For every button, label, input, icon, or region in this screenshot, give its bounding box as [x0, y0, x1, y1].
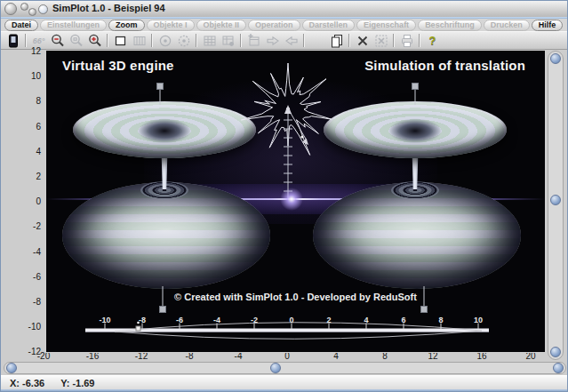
ruler-label: 8 [438, 316, 443, 324]
toolbar-separator [196, 34, 197, 47]
lens-curve [115, 323, 482, 340]
question-icon: ? [429, 34, 436, 47]
window-button-2[interactable] [20, 3, 28, 11]
select-rectangle-button[interactable] [111, 33, 130, 49]
plot-canvas[interactable]: Virtual 3D engine Simulation of translat… [45, 50, 546, 353]
arrow-right-icon [265, 33, 281, 49]
window-button-3[interactable] [28, 8, 36, 16]
value-table-button [200, 33, 219, 49]
y-axis-label: -8 [22, 297, 41, 308]
y-axis-label: 8 [22, 96, 41, 107]
app-icon [38, 4, 48, 14]
scroll-right-button[interactable] [553, 363, 564, 373]
menu-item-darstellen: Darstellen [302, 20, 356, 31]
ruler-label: -8 [139, 316, 146, 324]
ruler-label: -6 [176, 316, 183, 324]
vertical-scroll-thumb[interactable] [550, 195, 561, 205]
zoom-window-icon [68, 33, 84, 49]
circle-target-icon [157, 33, 173, 49]
delete-button[interactable] [353, 33, 372, 49]
window-plus-icon [246, 33, 262, 49]
angle-icon: 66° [33, 36, 45, 45]
table-edit-button [219, 33, 237, 49]
toolbar-separator [419, 34, 420, 47]
vertical-scrollbar[interactable] [548, 51, 564, 360]
funnel-cap-left [73, 101, 256, 158]
toolbar-separator [393, 34, 395, 47]
tool-bar: 66°? [1, 31, 567, 50]
y-axis-label: -10 [22, 322, 41, 332]
table-hand-icon [220, 33, 236, 49]
arrow-left-icon [284, 33, 300, 49]
window-title: SimPlot 1.0 - Beispiel 94 [52, 3, 165, 13]
menu-item-objekte-i: Objekte I [147, 20, 195, 31]
toolbar-separator [303, 34, 305, 47]
pda-icon [5, 33, 21, 49]
x-icon [355, 33, 371, 49]
grid-icon [132, 33, 148, 49]
printer-icon [399, 33, 415, 49]
circle-target2-icon [176, 33, 192, 49]
step-back-button [282, 33, 300, 49]
toolbar-separator [107, 34, 108, 47]
cursor-x-readout: X: -6.36 [10, 378, 44, 388]
status-bar: X: -6.36 Y: -1.69 [1, 375, 567, 389]
step-forward-button [263, 33, 282, 49]
menu-item-zoom[interactable]: Zoom [108, 20, 145, 31]
y-axis-label: -6 [22, 272, 41, 283]
scroll-left-button[interactable] [6, 363, 17, 373]
rectangle-icon [113, 33, 129, 49]
rotate-b-button [174, 33, 193, 49]
cursor-y-readout: Y: -1.69 [60, 378, 94, 388]
scroll-up-button[interactable] [550, 53, 561, 64]
y-axis-label: 2 [22, 172, 41, 182]
menu-item-datei[interactable]: Datei [4, 20, 38, 31]
plot-title-left: Virtual 3D engine [62, 58, 174, 73]
copy-button[interactable] [327, 33, 346, 49]
zoom-out-icon [50, 33, 66, 49]
ruler-label: 6 [401, 316, 405, 324]
horizontal-scrollbar[interactable] [4, 362, 566, 374]
zoom-in-icon [87, 33, 103, 49]
ruler-label: -2 [251, 316, 258, 324]
menu-item-eigenschaft: Eigenschaft [356, 20, 416, 31]
plotter-button[interactable] [4, 33, 22, 49]
y-axis-label: 10 [22, 71, 41, 82]
menu-item-hilfe[interactable]: Hilfe [532, 20, 564, 31]
menu-item-beschriftung: Beschriftung [418, 20, 482, 31]
grid-button [130, 33, 148, 49]
y-axis-label: -2 [22, 221, 41, 232]
x-box-icon [373, 33, 389, 49]
title-bar: SimPlot 1.0 - Beispiel 94 [1, 1, 567, 18]
new-window-button [244, 33, 263, 49]
zoom-window-button [67, 33, 85, 49]
zoom-out-button[interactable] [48, 33, 67, 49]
ruler-label: 0 [289, 316, 293, 324]
horizontal-scroll-thumb[interactable] [270, 363, 281, 373]
y-axis-label: 4 [22, 147, 41, 157]
plot-title-right: Simulation of translation [364, 58, 525, 73]
toolbar-separator [348, 34, 350, 47]
toolbar-separator [240, 34, 242, 47]
menu-item-drucken: Drucken [484, 20, 530, 31]
lens-flare [280, 188, 303, 211]
window-button-1[interactable] [4, 3, 17, 15]
rotate-a-button [156, 33, 174, 49]
scroll-down-button[interactable] [550, 347, 561, 357]
app-window: SimPlot 1.0 - Beispiel 94 DateiEinstellu… [0, 0, 568, 392]
y-axis-label: 0 [22, 196, 41, 207]
ruler-label: 4 [364, 316, 368, 324]
ruler-label: -10 [99, 316, 110, 324]
menu-bar: DateiEinstellungenZoomObjekte IObjekte I… [1, 19, 567, 31]
menu-item-operation: Operation [248, 20, 300, 31]
y-axis-label: -4 [22, 247, 41, 258]
pages-icon [329, 33, 345, 49]
table-icon [202, 33, 218, 49]
menu-item-einstellungen: Einstellungen [40, 20, 107, 31]
bottom-ruler [85, 324, 489, 333]
delete-all-button [372, 33, 390, 49]
funnel-cap-right [324, 101, 507, 158]
ruler-label: 10 [474, 316, 483, 324]
zoom-in-button[interactable] [85, 33, 104, 49]
help-button[interactable]: ? [423, 33, 442, 49]
